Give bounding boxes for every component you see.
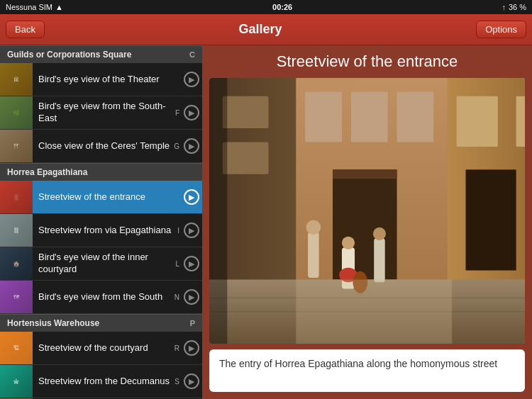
arrow-decumanus: ▶ [181,365,202,398]
nav-bar: Back Gallery Options [0,14,532,45]
list-item-south[interactable]: 🗺 Bird's eye view from the South N ▶ [0,281,202,314]
carrier-label: Nessuna SIM [6,3,52,11]
item-label-ceres: Close view of the Ceres' Temple [33,136,181,157]
item-label-inner: Bird's eye view of the inner courtyard [33,247,181,280]
arrow-circle-inner: ▶ [184,256,199,271]
svg-rect-22 [308,232,319,278]
thumb-south: 🗺 [0,281,33,313]
item-label-theater: Bird's eye view of the Theater [33,69,181,90]
section-title-horrea: Horrea Epagathiana [7,167,87,177]
item-letter-decumanus: S [174,378,179,386]
thumb-ceres: ⛩ [0,130,33,162]
arrow-south: ▶ [181,281,202,313]
arrow-icon: ↑ [501,3,506,11]
list-item-theater[interactable]: 🏛 Bird's eye view of the Theater ▶ [0,63,202,96]
item-letter-ceres: G [174,142,179,150]
list-item-courtyard[interactable]: 🏗 Streetview of the courtyard R ▶ [0,332,202,365]
list-item-entrance[interactable]: 🚪 Streetview of the entrance ▶ [0,181,202,214]
arrow-courtyard: ▶ [181,332,202,364]
item-label-south: Bird's eye view from the South [33,287,181,308]
list-item-ceres[interactable]: ⛩ Close view of the Ceres' Temple G ▶ [0,130,202,163]
svg-rect-11 [305,91,342,142]
content-title: Streetview of the entrance [209,52,525,71]
svg-rect-18 [516,96,525,147]
thumb-theater: 🏛 [0,63,33,96]
arrow-circle-via: ▶ [184,223,199,238]
thumb-inner: 🏠 [0,247,33,280]
list-item-via[interactable]: 🛤 Streetview from via Epagathiana I ▶ [0,214,202,247]
section-title-guilds: Guilds or Corporations Square [7,50,131,60]
item-label-southeast: Bird's eye view from the South-East [33,96,181,129]
back-button[interactable]: Back [6,21,45,38]
content-area: Streetview of the entrance [202,45,532,399]
arrow-circle-decumanus: ▶ [184,373,199,389]
arrow-inner: ▶ [181,247,202,280]
thumb-southeast: 🌿 [0,96,33,129]
item-letter-south: N [174,293,179,301]
item-label-courtyard: Streetview of the courtyard [33,338,181,359]
item-label-entrance: Streetview of the entrance [33,187,181,208]
section-letter-guilds: C [189,50,195,59]
options-button[interactable]: Options [476,21,526,38]
list-item-decumanus[interactable]: 🛣 Streetview from the Decumanus S ▶ [0,365,202,398]
svg-rect-17 [457,96,498,147]
battery-label: 36 % [509,3,526,11]
list-item-southeast[interactable]: 🌿 Bird's eye view from the South-East F … [0,96,202,130]
sidebar: Guilds or Corporations Square C 🏛 Bird's… [0,45,202,399]
section-letter-hortensius: P [190,319,195,327]
status-bar: Nessuna SIM ▲ 00:26 ↑ 36 % [0,0,532,14]
status-left: Nessuna SIM ▲ [6,3,63,11]
section-header-hortensius: Hortensius Warehouse P [0,314,202,332]
arrow-entrance: ▶ [181,181,202,213]
arrow-circle-theater: ▶ [184,72,199,87]
main-layout: Guilds or Corporations Square C 🏛 Bird's… [0,45,532,399]
svg-point-28 [373,227,386,240]
scene-svg [209,78,525,344]
svg-point-25 [342,237,355,249]
section-header-horrea: Horrea Epagathiana [0,163,202,181]
status-right: ↑ 36 % [501,3,526,11]
arrow-circle-courtyard: ▶ [184,340,199,356]
arrow-circle-ceres: ▶ [184,138,199,154]
svg-rect-27 [374,238,385,282]
content-image [209,78,525,344]
item-label-decumanus: Streetview from the Decumanus [33,371,181,392]
section-title-hortensius: Hortensius Warehouse [7,318,99,328]
arrow-via: ▶ [181,214,202,247]
arrow-theater: ▶ [181,63,202,96]
list-item-inner[interactable]: 🏠 Bird's eye view of the inner courtyard… [0,247,202,281]
thumb-decumanus: 🛣 [0,365,33,398]
arrow-ceres: ▶ [181,130,202,162]
item-letter-via: I [177,227,179,235]
clock: 00:26 [272,3,292,11]
signal-icon: ▲ [55,3,63,11]
item-label-via: Streetview from via Epagathiana [33,220,181,241]
content-caption: The entry of Horrea Epagathiana along th… [209,349,525,392]
arrow-circle-entrance: ▶ [184,189,199,205]
thumb-via: 🛤 [0,214,33,247]
arrow-circle-south: ▶ [184,289,199,305]
section-header-guilds: Guilds or Corporations Square C [0,45,202,63]
item-letter-courtyard: R [174,344,179,352]
svg-rect-30 [209,78,227,344]
nav-title: Gallery [239,22,282,37]
svg-rect-13 [397,91,434,142]
svg-rect-15 [466,169,516,270]
svg-rect-10 [333,169,397,179]
svg-point-23 [306,220,321,235]
svg-rect-12 [351,91,388,142]
item-letter-inner: L [175,260,179,268]
arrow-southeast: ▶ [181,96,202,129]
arrow-circle-southeast: ▶ [184,105,199,120]
item-letter-southeast: F [175,109,179,117]
thumb-entrance: 🚪 [0,181,33,213]
svg-rect-31 [296,279,452,344]
thumb-courtyard: 🏗 [0,332,33,364]
